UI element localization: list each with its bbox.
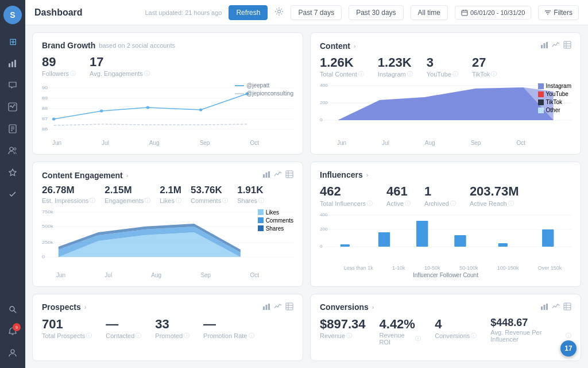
content-chevron-icon[interactable]: ›	[354, 43, 356, 49]
past-7-days-button[interactable]: Past 7 days	[291, 5, 342, 20]
engagement-chevron-icon[interactable]: ›	[126, 172, 129, 179]
promoted-info[interactable]: ⓘ	[184, 332, 189, 340]
svg-text:400: 400	[320, 212, 328, 217]
content-legend-instagram: Instagram	[546, 83, 571, 89]
total-content-value: 1.26K	[320, 55, 364, 70]
instagram-info[interactable]: ⓘ	[407, 70, 413, 78]
youtube-info[interactable]: ⓘ	[452, 70, 458, 78]
revenue-roi-info[interactable]: ⓘ	[415, 335, 421, 343]
conversions-bar-icon[interactable]	[540, 302, 548, 312]
content-engagement-card: Content Engagement › 26.7	[32, 162, 303, 286]
sidebar-item-profile[interactable]	[3, 344, 22, 362]
sidebar-item-campaigns[interactable]	[3, 98, 22, 116]
active-reach-value: 203.73M	[470, 184, 519, 199]
conversions-info[interactable]: ⓘ	[471, 332, 477, 340]
total-inf-info[interactable]: ⓘ	[367, 200, 373, 208]
floating-notification-badge[interactable]: 17	[560, 340, 577, 356]
tiktok-info[interactable]: ⓘ	[491, 70, 497, 78]
sidebar-item-messages[interactable]	[3, 76, 22, 94]
settings-icon[interactable]	[274, 7, 284, 18]
sidebar: S ⊞ 9	[0, 0, 25, 368]
promoted-value: 33	[155, 317, 189, 332]
svg-point-13	[278, 10, 281, 13]
sidebar-item-users[interactable]	[3, 141, 22, 160]
sidebar-item-favorites[interactable]	[3, 163, 22, 182]
content-card: Content › 1.26K	[310, 32, 581, 155]
last-updated: Last updated: 21 hours ago	[145, 9, 222, 16]
influencers-chevron-icon[interactable]: ›	[366, 171, 369, 178]
sidebar-item-tasks[interactable]	[3, 185, 22, 204]
prospects-table-icon[interactable]	[285, 302, 293, 312]
eng-legend-comments: Comments	[266, 217, 293, 224]
active-inf-info[interactable]: ⓘ	[405, 200, 411, 208]
engagements-info[interactable]: ⓘ	[145, 197, 150, 205]
past-30-days-button[interactable]: Past 30 days	[349, 5, 403, 20]
avg-revenue-info[interactable]: ⓘ	[566, 332, 571, 340]
avg-eng-info-icon[interactable]: ⓘ	[144, 70, 150, 78]
svg-text:90: 90	[42, 85, 48, 90]
engagement-line-icon[interactable]	[274, 170, 282, 180]
brand-growth-x-axis: JunJulAugSepOct	[42, 140, 293, 146]
influencers-header: Influencers ›	[320, 170, 571, 179]
prospects-line-icon[interactable]	[274, 302, 282, 312]
prospects-bar-icon[interactable]	[262, 302, 270, 312]
content-stats: 1.26K Total Contentⓘ 1.23K Instagramⓘ 3 …	[320, 55, 571, 78]
prospects-stats: 701 Total Prospectsⓘ — Contactedⓘ 33 Pro…	[42, 317, 293, 340]
brand-growth-header: Brand Growth based on 2 social accounts	[42, 41, 293, 50]
conversions-chevron-icon[interactable]: ›	[372, 304, 374, 310]
revenue-info[interactable]: ⓘ	[346, 332, 352, 340]
promotion-rate-info[interactable]: ⓘ	[249, 332, 254, 340]
svg-text:0: 0	[42, 254, 45, 259]
archived-inf-info[interactable]: ⓘ	[450, 200, 456, 208]
svg-text:500k: 500k	[42, 223, 54, 228]
content-line-icon[interactable]	[552, 41, 560, 51]
svg-text:0: 0	[320, 244, 323, 249]
content-header: Content ›	[320, 41, 571, 51]
engagement-view-icons	[262, 170, 293, 180]
svg-text:400: 400	[320, 83, 328, 89]
refresh-button[interactable]: Refresh	[229, 5, 268, 20]
engagements-value: 2.15M	[105, 185, 150, 196]
content-bar-icon[interactable]	[540, 41, 548, 51]
youtube-value: 3	[427, 55, 458, 70]
svg-rect-2	[14, 60, 16, 67]
likes-info[interactable]: ⓘ	[176, 197, 181, 205]
sidebar-item-analytics[interactable]	[3, 54, 22, 72]
total-prospects-info[interactable]: ⓘ	[86, 332, 92, 340]
avg-eng-label: Avg. Engagements ⓘ	[90, 70, 150, 78]
reach-info[interactable]: ⓘ	[508, 200, 514, 208]
influencers-card: Influencers › 462 Total Influencersⓘ 461…	[310, 162, 581, 286]
instagram-value: 1.23K	[378, 55, 413, 70]
svg-rect-51	[263, 174, 265, 178]
conversions-line-icon[interactable]	[552, 302, 560, 312]
engagement-area-chart: 750k 500k 250k 0	[42, 209, 293, 261]
all-time-button[interactable]: All time	[411, 5, 448, 20]
svg-rect-14	[462, 10, 467, 16]
header: Dashboard Last updated: 21 hours ago Ref…	[25, 0, 588, 25]
date-range-button[interactable]: 06/01/20 - 10/31/20	[455, 6, 531, 20]
svg-point-32	[100, 110, 103, 113]
engagement-bar-icon[interactable]	[262, 170, 270, 180]
engagement-table-icon[interactable]	[285, 170, 293, 180]
revenue-roi-value: 4.42%	[380, 317, 421, 332]
app-logo[interactable]: S	[3, 6, 22, 24]
comments-info[interactable]: ⓘ	[222, 197, 228, 205]
sidebar-item-search[interactable]	[3, 300, 22, 319]
filters-button[interactable]: Filters	[538, 5, 579, 20]
prospects-chevron-icon[interactable]: ›	[84, 304, 87, 310]
contacted-info[interactable]: ⓘ	[136, 332, 141, 340]
content-table-icon[interactable]	[563, 41, 571, 51]
svg-text:250k: 250k	[42, 239, 54, 244]
sidebar-item-notifications[interactable]: 9	[3, 322, 22, 340]
total-content-info[interactable]: ⓘ	[358, 70, 364, 78]
followers-info-icon[interactable]: ⓘ	[70, 70, 76, 78]
content-area-chart: 400 200 0	[320, 83, 571, 135]
shares-info[interactable]: ⓘ	[258, 197, 264, 205]
likes-value: 2.1M	[160, 185, 181, 196]
engagement-x-axis: JunJulAugSepOct	[42, 272, 293, 278]
sidebar-item-reports[interactable]	[3, 120, 22, 138]
sidebar-item-dashboard[interactable]: ⊞	[3, 32, 22, 51]
impressions-info[interactable]: ⓘ	[90, 197, 95, 205]
conversions-table-icon[interactable]	[563, 302, 571, 312]
svg-rect-84	[286, 303, 293, 310]
